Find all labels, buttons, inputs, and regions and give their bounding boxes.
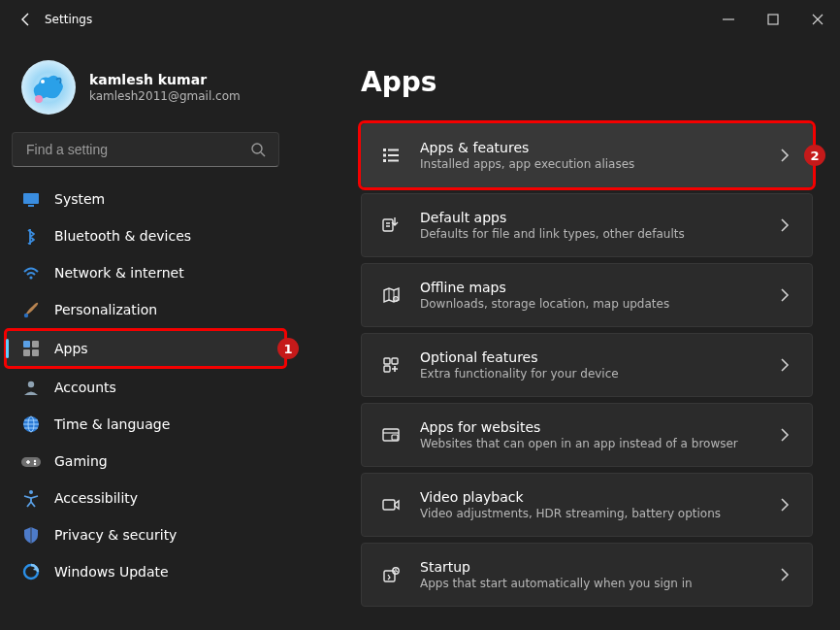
search-input[interactable]	[24, 141, 249, 158]
apps-icon	[21, 339, 41, 358]
card-default-apps[interactable]: Default appsDefaults for file and link t…	[361, 193, 813, 257]
user-name: kamlesh kumar	[89, 72, 241, 87]
card-subtitle: Websites that can open in an app instead…	[420, 437, 738, 450]
shield-icon	[21, 525, 41, 545]
card-subtitle: Extra functionality for your device	[420, 367, 619, 381]
sidebar-item-label: Personalization	[54, 302, 157, 317]
sidebar-item-label: Gaming	[54, 453, 108, 469]
chevron-right-icon	[775, 425, 794, 445]
game-icon	[21, 451, 41, 471]
access-icon	[21, 488, 41, 508]
optional-icon	[379, 353, 403, 377]
sidebar-item-windows-update[interactable]: Windows Update	[0, 553, 291, 590]
user-info[interactable]: kamlesh kumar kamlesh2011@gmail.com	[0, 43, 291, 132]
sidebar-item-personalization[interactable]: Personalization	[0, 291, 291, 328]
card-offline-maps[interactable]: Offline mapsDownloads, storage location,…	[361, 263, 813, 327]
search-icon	[249, 141, 267, 158]
avatar	[21, 60, 76, 115]
annotation-badge: 2	[804, 145, 825, 166]
maximize-button[interactable]	[751, 0, 795, 39]
card-startup[interactable]: StartupApps that start automatically whe…	[361, 543, 813, 607]
chevron-right-icon	[775, 146, 794, 165]
sidebar-item-gaming[interactable]: Gaming	[0, 443, 291, 480]
window-title: Settings	[45, 13, 92, 26]
titlebar: Settings	[0, 0, 840, 39]
sidebar-item-privacy-security[interactable]: Privacy & security	[0, 516, 291, 553]
chevron-right-icon	[775, 565, 794, 584]
sidebar-item-network-internet[interactable]: Network & internet	[0, 254, 291, 291]
card-subtitle: Apps that start automatically when you s…	[420, 577, 693, 590]
svg-point-35	[35, 95, 43, 103]
sidebar-item-bluetooth-devices[interactable]: Bluetooth & devices	[0, 217, 291, 254]
maximize-icon	[764, 11, 782, 28]
globe-icon	[21, 414, 41, 434]
sidebar-item-label: Apps	[54, 341, 88, 356]
card-subtitle: Installed apps, app execution aliases	[420, 157, 634, 171]
card-apps-features[interactable]: Apps & featuresInstalled apps, app execu…	[361, 123, 813, 187]
sidebar: kamlesh kumar kamlesh2011@gmail.com Syst…	[0, 39, 291, 630]
sidebar-item-accounts[interactable]: Accounts	[0, 369, 291, 406]
chevron-right-icon	[775, 495, 794, 514]
sidebar-item-label: Time & language	[54, 416, 170, 432]
card-title: Video playback	[420, 489, 721, 505]
sidebar-item-apps[interactable]: Apps1	[6, 330, 285, 367]
sidebar-item-label: Network & internet	[54, 265, 184, 281]
wifi-icon	[21, 263, 41, 282]
user-email: kamlesh2011@gmail.com	[89, 89, 241, 103]
defaults-icon	[379, 214, 403, 237]
sidebar-item-label: Accessibility	[54, 490, 138, 506]
startup-icon	[379, 563, 403, 586]
card-title: Apps for websites	[420, 419, 738, 435]
svg-point-34	[41, 80, 45, 83]
card-title: Apps & features	[420, 140, 634, 155]
bluetooth-icon	[21, 226, 41, 246]
sidebar-item-time-language[interactable]: Time & language	[0, 406, 291, 443]
card-title: Optional features	[420, 349, 619, 365]
chevron-right-icon	[775, 285, 794, 305]
card-apps-for-websites[interactable]: Apps for websitesWebsites that can open …	[361, 403, 813, 467]
page-title: Apps	[361, 66, 813, 98]
display-icon	[21, 189, 41, 209]
search-box[interactable]	[12, 132, 279, 167]
annotation-badge: 1	[277, 338, 299, 359]
card-title: Default apps	[420, 210, 685, 225]
close-button[interactable]	[795, 0, 840, 39]
card-subtitle: Defaults for file and link types, other …	[420, 227, 685, 241]
card-video-playback[interactable]: Video playbackVideo adjustments, HDR str…	[361, 473, 813, 537]
sidebar-item-system[interactable]: System	[0, 181, 291, 217]
map-icon	[379, 283, 403, 307]
update-icon	[21, 562, 41, 581]
card-optional-features[interactable]: Optional featuresExtra functionality for…	[361, 333, 813, 397]
sidebar-item-accessibility[interactable]: Accessibility	[0, 480, 291, 516]
account-icon	[21, 378, 41, 397]
card-list: Apps & featuresInstalled apps, app execu…	[361, 123, 813, 607]
video-icon	[379, 493, 403, 516]
chevron-right-icon	[775, 355, 794, 375]
back-icon	[16, 10, 34, 29]
sidebar-item-label: System	[54, 191, 105, 207]
minimize-icon	[720, 11, 737, 28]
list-icon	[379, 144, 403, 167]
content: Apps Apps & featuresInstalled apps, app …	[291, 39, 840, 630]
back-button[interactable]	[6, 0, 45, 39]
brush-icon	[21, 300, 41, 319]
card-subtitle: Video adjustments, HDR streaming, batter…	[420, 507, 721, 520]
sidebar-item-label: Bluetooth & devices	[54, 228, 191, 244]
card-title: Offline maps	[420, 280, 669, 295]
minimize-button[interactable]	[706, 0, 751, 39]
webapps-icon	[379, 423, 403, 447]
card-title: Startup	[420, 559, 693, 575]
chevron-right-icon	[775, 216, 794, 235]
close-icon	[809, 11, 826, 28]
sidebar-item-label: Windows Update	[54, 564, 169, 580]
card-subtitle: Downloads, storage location, map updates	[420, 297, 669, 311]
sidebar-item-label: Privacy & security	[54, 527, 177, 543]
sidebar-item-label: Accounts	[54, 380, 116, 395]
nav-list: SystemBluetooth & devicesNetwork & inter…	[0, 181, 291, 590]
